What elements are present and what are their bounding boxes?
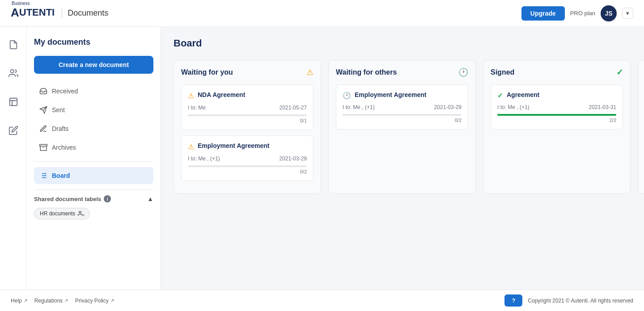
send-icon: [39, 106, 47, 114]
nav-drafts-label: Drafts: [52, 125, 68, 132]
doc-from-employment-others: I to: Me , (+1): [343, 104, 375, 110]
column-waiting-for-others: Waiting for others 🕐 🕐 Employment Agreem…: [328, 60, 476, 194]
doc-progress-bar-nda: [188, 114, 307, 116]
label-tag-text: HR documents: [40, 210, 75, 217]
doc-title-nda: NDA Agreement: [198, 91, 245, 98]
check-column-icon: ✓: [616, 67, 623, 77]
avatar[interactable]: JS: [601, 5, 617, 21]
main-content: Board Waiting for you ⚠ ⚠ NDA Agreement …: [161, 27, 644, 311]
column-title-signed: Signed: [491, 68, 514, 76]
doc-meta-employment-others: I to: Me , (+1) 2021-03-29: [343, 104, 462, 110]
doc-date-employment-waiting: 2021-03-29: [280, 156, 307, 162]
column-waiting-for-you: Waiting for you ⚠ ⚠ NDA Agreement I to: …: [174, 60, 321, 194]
help-link[interactable]: Help ↗: [11, 298, 27, 304]
doc-progress-label-nda: 0/1: [188, 118, 307, 123]
logo-wrapper: Business A UTENTI: [11, 7, 55, 20]
doc-progress-label-agreement-signed: 2/2: [497, 118, 616, 123]
doc-meta-employment-waiting: I to: Me , (+1) 2021-03-29: [188, 156, 307, 162]
regulations-external-icon: ↗: [64, 298, 68, 303]
column-header-waiting-for-you: Waiting for you ⚠: [181, 67, 314, 77]
nav-archives-label: Archives: [52, 144, 76, 151]
help-external-icon: ↗: [24, 298, 27, 303]
doc-title-employment-others: Employment Agreement: [355, 91, 427, 98]
nav-item-drafts[interactable]: Drafts: [34, 120, 153, 137]
doc-date-nda: 2021-05-27: [280, 105, 307, 111]
doc-card-header-agreement-signed: ✓ Agreement: [497, 91, 616, 100]
nav-divider: [34, 161, 153, 162]
header-left: Business A UTENTI Documents: [11, 7, 108, 20]
footer-left: Help ↗ Regulations ↗ Privacy Policy ↗: [11, 298, 114, 304]
doc-date-agreement-signed: 2021-03-31: [589, 104, 616, 110]
nav-received-label: Received: [52, 88, 78, 95]
logo-business-label: Business: [12, 1, 30, 6]
doc-progress-bar-employment-others: [343, 114, 462, 116]
sidebar-icon-documents[interactable]: [4, 36, 22, 54]
collapse-icon[interactable]: ▲: [147, 195, 153, 202]
pro-plan-label: PRO plan: [570, 10, 595, 17]
nav-item-board[interactable]: Board: [34, 167, 153, 184]
doc-progress-bar-agreement-signed: [497, 114, 616, 116]
doc-card-employment-waiting[interactable]: ⚠ Employment Agreement I to: Me , (+1) 2…: [181, 135, 314, 181]
column-withdrawn: Withdrawn: [638, 60, 644, 194]
doc-meta-nda: I to: Me 2021-05-27: [188, 105, 307, 111]
column-title-waiting-for-you: Waiting for you: [181, 68, 233, 76]
column-title-waiting-for-others: Waiting for others: [336, 68, 397, 76]
doc-from-employment-waiting: I to: Me , (+1): [188, 156, 220, 162]
shared-labels-title: Shared document labels i: [34, 195, 111, 202]
privacy-label: Privacy Policy: [75, 298, 109, 304]
doc-card-header-nda: ⚠ NDA Agreement: [188, 91, 307, 100]
sidebar-icon-templates[interactable]: [4, 93, 22, 111]
app-title: Documents: [62, 8, 108, 18]
app-footer: Help ↗ Regulations ↗ Privacy Policy ↗ ? …: [0, 290, 644, 311]
nav-divider-2: [34, 189, 153, 190]
doc-card-header-employment-others: 🕐 Employment Agreement: [343, 91, 462, 100]
help-label: Help: [11, 298, 22, 304]
svg-point-0: [10, 70, 13, 73]
doc-progress-bar-employment-waiting: [188, 165, 307, 167]
warning-icon-employment: ⚠: [188, 143, 194, 151]
app-header: Business A UTENTI Documents Upgrade PRO …: [0, 0, 644, 27]
warning-icon-nda: ⚠: [188, 92, 194, 100]
header-right: Upgrade PRO plan JS ▾: [521, 5, 633, 21]
nav-board-label: Board: [52, 172, 70, 179]
logo: Business A UTENTI: [11, 7, 55, 20]
doc-title-employment-waiting: Employment Agreement: [198, 142, 270, 149]
doc-progress-label-employment-others: 0/2: [343, 118, 462, 123]
sidebar-icon-signatures[interactable]: [4, 64, 22, 82]
svg-rect-1: [9, 98, 17, 106]
privacy-link[interactable]: Privacy Policy ↗: [75, 298, 114, 304]
doc-card-employment-others[interactable]: 🕐 Employment Agreement I to: Me , (+1) 2…: [336, 84, 468, 130]
create-document-button[interactable]: Create a new document: [34, 56, 153, 74]
doc-card-nda[interactable]: ⚠ NDA Agreement I to: Me 2021-05-27 0/1: [181, 84, 314, 130]
app-layout: My documents Create a new document Recei…: [0, 27, 644, 311]
label-tag-hr[interactable]: HR documents: [34, 208, 90, 219]
column-header-signed: Signed ✓: [491, 67, 623, 77]
nav-item-received[interactable]: Received: [34, 83, 153, 100]
help-button[interactable]: ?: [504, 294, 522, 307]
avatar-dropdown-button[interactable]: ▾: [622, 8, 633, 19]
doc-from-agreement-signed: I to: Me , (+1): [497, 104, 530, 110]
sidebar-icon-edit[interactable]: [4, 122, 22, 139]
nav-item-sent[interactable]: Sent: [34, 101, 153, 118]
doc-from-nda: I to: Me: [188, 105, 206, 111]
doc-date-employment-others: 2021-03-29: [434, 104, 462, 110]
icon-sidebar: [0, 27, 27, 311]
copyright-text: Copyright 2021 © Autenti. All rights res…: [528, 298, 633, 304]
upgrade-button[interactable]: Upgrade: [521, 6, 565, 21]
doc-card-header-employment-waiting: ⚠ Employment Agreement: [188, 142, 307, 151]
draft-icon: [39, 125, 47, 133]
regulations-link[interactable]: Regulations ↗: [34, 298, 68, 304]
warning-column-icon: ⚠: [306, 67, 314, 77]
logo-a-letter: A: [11, 6, 19, 20]
group-icon: [78, 210, 84, 217]
shared-labels-section: Shared document labels i ▲: [34, 195, 153, 202]
archive-icon: [39, 143, 47, 151]
privacy-external-icon: ↗: [110, 298, 114, 303]
logo-utenti-letters: UTENTI: [19, 7, 55, 18]
doc-progress-label-employment-waiting: 0/2: [188, 169, 307, 174]
column-signed: Signed ✓ ✓ Agreement I to: Me , (+1) 202…: [483, 60, 631, 194]
sidebar-title: My documents: [34, 38, 153, 47]
doc-card-agreement-signed[interactable]: ✓ Agreement I to: Me , (+1) 2021-03-31 2…: [491, 84, 623, 130]
regulations-label: Regulations: [34, 298, 63, 304]
nav-item-archives[interactable]: Archives: [34, 139, 153, 156]
